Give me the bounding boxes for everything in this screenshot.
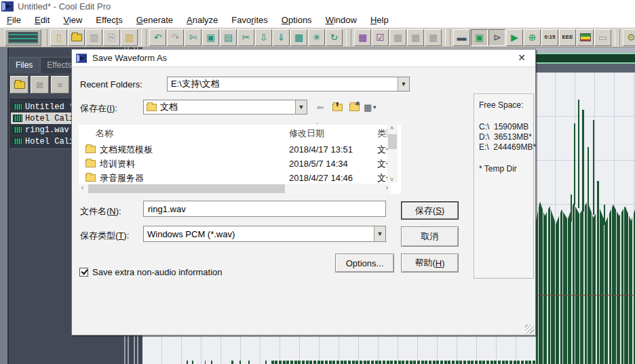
insert-multitrack-button[interactable]: ≡ bbox=[51, 76, 69, 94]
temp-dir-note: * Temp Dir bbox=[479, 164, 533, 174]
open-file-button[interactable] bbox=[68, 29, 85, 46]
menu-options[interactable]: Options bbox=[275, 14, 319, 26]
settings-button[interactable]: ⚙ bbox=[623, 29, 635, 46]
view-menu-icon[interactable]: ▦▼ bbox=[364, 101, 377, 113]
panel-edge-strip[interactable] bbox=[0, 47, 9, 364]
time-window-button[interactable]: 0:15 bbox=[541, 29, 558, 46]
cleanup-button[interactable]: ✳ bbox=[308, 29, 325, 46]
menu-effects[interactable]: Effects bbox=[89, 14, 130, 26]
chevron-down-icon[interactable]: ▼ bbox=[374, 226, 385, 241]
column-header-name[interactable]: 名称 bbox=[96, 127, 113, 140]
window-grid-3-button[interactable]: ▦ bbox=[425, 29, 442, 46]
up-folder-icon[interactable]: ⬆ bbox=[330, 101, 344, 113]
cut-button[interactable]: ✂ bbox=[237, 29, 254, 46]
new-file-button[interactable]: ▯ bbox=[50, 29, 67, 46]
vertical-scrollbar[interactable]: ˄ ˅ bbox=[387, 125, 398, 183]
selection-frame-icon: ▣ bbox=[206, 33, 215, 42]
close-file-button[interactable]: ⊠ bbox=[31, 76, 49, 94]
waveform-spike bbox=[582, 110, 584, 211]
trim-scissors-icon: ✄ bbox=[189, 33, 197, 42]
selection-frame-button[interactable]: ▣ bbox=[202, 29, 219, 46]
column-header-date[interactable]: 修改日期 bbox=[289, 127, 324, 140]
convert-grid-icon: ▩ bbox=[294, 33, 303, 42]
redo-button[interactable]: ↷ bbox=[167, 29, 184, 46]
window-forward-button[interactable]: ⊳ bbox=[488, 29, 505, 46]
table-row[interactable]: 培训资料 2018/5/7 14:34 文件 bbox=[79, 157, 387, 171]
back-arrow-icon[interactable]: ⬅ bbox=[313, 101, 327, 113]
save-file-button[interactable]: ▥ bbox=[85, 29, 102, 46]
help-button[interactable]: 帮助(H) bbox=[401, 254, 459, 272]
save-in-label: 保存在(I): bbox=[80, 102, 117, 115]
sample-convert-button[interactable]: ↻ bbox=[326, 29, 343, 46]
dialog-title-bar[interactable]: Save Waveform As ✕ bbox=[72, 49, 535, 67]
spectral-view-button[interactable]: ▦ bbox=[354, 29, 371, 46]
waveform-file-icon bbox=[13, 115, 22, 122]
save-extra-info-checkbox[interactable] bbox=[79, 268, 88, 277]
status-window-button[interactable]: ▭ bbox=[594, 29, 611, 46]
menu-favorites[interactable]: Favorites bbox=[225, 14, 274, 26]
folder-icon bbox=[85, 146, 96, 153]
redo-arrow-icon: ↷ bbox=[172, 33, 180, 42]
convert-sample-type-button[interactable]: ▩ bbox=[290, 29, 307, 46]
window-plain-button[interactable]: ▬ bbox=[453, 29, 470, 46]
menu-window[interactable]: Window bbox=[319, 14, 364, 26]
folder-icon bbox=[85, 174, 96, 182]
menu-analyze[interactable]: Analyze bbox=[180, 14, 225, 26]
trim-button[interactable]: ✄ bbox=[185, 29, 201, 46]
window-grid-2-button[interactable]: ▦ bbox=[407, 29, 424, 46]
cue-sheet-button[interactable]: EEE bbox=[559, 29, 576, 46]
window-grid-1-button[interactable]: ▦ bbox=[389, 29, 406, 46]
save-as-button[interactable]: ⎘ bbox=[103, 29, 120, 46]
menu-file[interactable]: File bbox=[0, 14, 28, 26]
copy-button[interactable]: ▤ bbox=[220, 29, 237, 46]
menu-edit[interactable]: Edit bbox=[28, 14, 56, 26]
paste-button[interactable]: ⇩ bbox=[255, 29, 272, 46]
free-space-title: Free Space: bbox=[479, 100, 533, 110]
free-space-drive: C:\ 15909MB bbox=[479, 122, 533, 132]
file-browser: 名称 修改日期 类型 ˇ 文档规范模板 2018/4/17 13:51 文件 培… bbox=[79, 125, 401, 194]
multitrack-view-button[interactable] bbox=[5, 29, 41, 46]
table-row[interactable]: 文档规范模板 2018/4/17 13:51 文件 bbox=[79, 142, 387, 157]
undo-button[interactable]: ↶ bbox=[149, 29, 166, 46]
dialog-close-icon[interactable]: ✕ bbox=[515, 52, 528, 64]
filename-input[interactable]: ring1.wav bbox=[143, 201, 386, 217]
scroll-down-icon[interactable]: ˅ bbox=[390, 176, 393, 183]
zoom-button[interactable]: ⊕ bbox=[524, 29, 541, 46]
scroll-up-icon[interactable]: ˄ bbox=[390, 125, 393, 132]
paste-down-icon: ⇩ bbox=[260, 33, 268, 42]
scrollbar-thumb[interactable] bbox=[388, 134, 397, 149]
cue-list-button[interactable]: ☑ bbox=[372, 29, 389, 46]
scroll-left-icon[interactable]: ‹ bbox=[81, 184, 83, 191]
menu-view[interactable]: View bbox=[56, 14, 89, 26]
save-waveform-dialog: Save Waveform As ✕ Recent Folders: E:\支持… bbox=[71, 49, 536, 336]
menu-help[interactable]: Help bbox=[364, 14, 396, 26]
copy-pages-icon: ▤ bbox=[224, 33, 233, 42]
window-eq-button[interactable]: ▣ bbox=[471, 29, 488, 46]
filetype-combobox[interactable]: Windows PCM (*.wav) ▼ bbox=[143, 226, 386, 242]
filetype-value: Windows PCM (*.wav) bbox=[144, 229, 374, 239]
save-in-combobox[interactable]: 文档 ▼ bbox=[143, 100, 307, 115]
time-label: 0:15 bbox=[544, 35, 555, 40]
tab-files[interactable]: Files bbox=[9, 57, 39, 73]
save-button[interactable]: 保存(S) bbox=[401, 201, 459, 220]
options-button[interactable]: Options... bbox=[335, 254, 394, 272]
chevron-down-icon[interactable]: ▼ bbox=[398, 77, 409, 91]
waveform-center-line bbox=[536, 295, 635, 296]
cancel-button[interactable]: 取消 bbox=[401, 226, 459, 247]
mix-paste-button[interactable]: ⇓ bbox=[273, 29, 290, 46]
save-selection-button[interactable]: ▥ bbox=[121, 29, 138, 46]
recent-folders-combobox[interactable]: E:\支持\文档 ▼ bbox=[167, 77, 410, 92]
level-meters-button[interactable] bbox=[577, 29, 594, 46]
eee-label: EEE bbox=[562, 35, 573, 40]
scroll-right-icon[interactable]: › bbox=[386, 184, 388, 191]
table-row[interactable]: 录音服务器 2018/4/27 14:46 文件 bbox=[79, 171, 387, 185]
new-folder-icon[interactable]: ✱ bbox=[347, 101, 361, 113]
dialog-resize-grip[interactable] bbox=[525, 325, 534, 333]
scrollbar-thumb[interactable] bbox=[88, 184, 285, 193]
menu-generate[interactable]: Generate bbox=[130, 14, 180, 26]
import-file-button[interactable] bbox=[10, 76, 28, 94]
cut-scissors-icon: ✂ bbox=[242, 33, 250, 42]
chevron-down-icon[interactable]: ▼ bbox=[295, 100, 307, 114]
play-button[interactable]: ▶ bbox=[506, 29, 523, 46]
horizontal-scrollbar[interactable]: ‹ › bbox=[79, 184, 391, 194]
